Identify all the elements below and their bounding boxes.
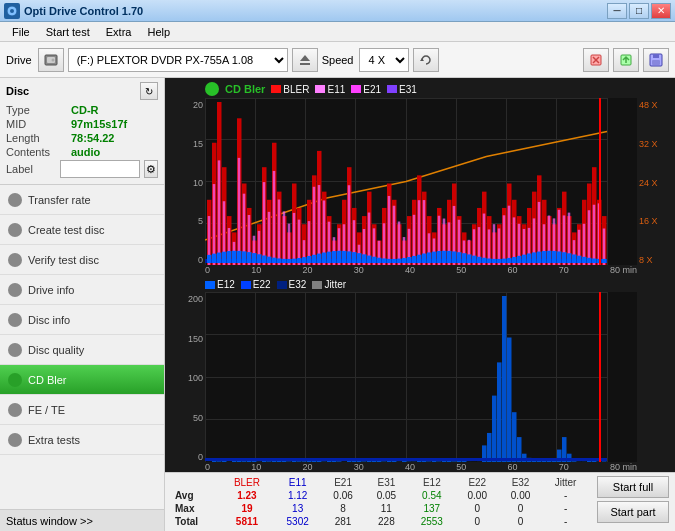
y-bottom-0: 0 (169, 452, 203, 462)
stats-total-e31: 228 (365, 515, 408, 528)
y-top-15: 15 (169, 139, 203, 149)
legend-bler-color (271, 85, 281, 93)
left-panel: Disc ↻ Type CD-R MID 97m15s17f Length 78… (0, 78, 165, 531)
clear-button[interactable] (583, 48, 609, 72)
stats-avg-e11: 1.12 (274, 489, 322, 502)
nav-extra-tests[interactable]: Extra tests (0, 425, 164, 455)
y-bottom-150: 150 (169, 334, 203, 344)
menu-file[interactable]: File (4, 24, 38, 40)
stats-row-max: Max 19 13 8 11 137 0 0 - (171, 502, 589, 515)
refresh-speed-button[interactable] (413, 48, 439, 72)
y-right-8: 8 X (639, 255, 671, 265)
svg-rect-13 (653, 54, 659, 58)
disc-section: Disc ↻ Type CD-R MID 97m15s17f Length 78… (0, 78, 164, 185)
stats-avg-e31: 0.05 (365, 489, 408, 502)
y-bottom-50: 50 (169, 413, 203, 423)
nav-section: Transfer rate Create test disc Verify te… (0, 185, 164, 509)
svg-point-1 (10, 9, 14, 13)
legend-e11: E11 (315, 84, 345, 95)
disc-type-val: CD-R (71, 104, 99, 116)
x-bottom-10: 10 (251, 462, 261, 472)
stats-max-e11: 13 (274, 502, 322, 515)
drive-icon-btn[interactable] (38, 48, 64, 72)
nav-verify-test-disc[interactable]: Verify test disc (0, 245, 164, 275)
stats-header-e31: E31 (365, 476, 408, 489)
y-right-16: 16 X (639, 216, 671, 226)
app-title: Opti Drive Control 1.70 (24, 5, 143, 17)
drive-select[interactable]: (F:) PLEXTOR DVDR PX-755A 1.08 (68, 48, 288, 72)
nav-icon-disc-quality (8, 343, 22, 357)
nav-disc-info[interactable]: Disc info (0, 305, 164, 335)
stats-total-e22: 0 (456, 515, 499, 528)
export-button[interactable] (613, 48, 639, 72)
status-window-button[interactable]: Status window >> (0, 509, 164, 531)
bottom-chart-canvas (205, 292, 637, 462)
legend-e21: E21 (351, 84, 381, 95)
legend-e22: E22 (241, 279, 271, 290)
stats-avg-jitter: - (542, 489, 589, 502)
nav-disc-quality[interactable]: Disc quality (0, 335, 164, 365)
top-chart-canvas (205, 98, 637, 265)
eject-button[interactable] (292, 48, 318, 72)
x-bottom-50: 50 (456, 462, 466, 472)
x-top-0: 0 (205, 265, 210, 275)
disc-mid-key: MID (6, 118, 71, 130)
svg-rect-14 (652, 60, 660, 65)
main-layout: Disc ↻ Type CD-R MID 97m15s17f Length 78… (0, 78, 675, 531)
stats-max-jitter: - (542, 502, 589, 515)
y-top-20: 20 (169, 100, 203, 110)
stats-total-e32: 0 (499, 515, 542, 528)
top-chart-section: CD Bler BLER E11 E21 E31 (165, 78, 675, 275)
x-top-20: 20 (302, 265, 312, 275)
nav-cd-bler[interactable]: CD Bler (0, 365, 164, 395)
stats-max-label: Max (171, 502, 220, 515)
stats-max-e31: 11 (365, 502, 408, 515)
nav-drive-info[interactable]: Drive info (0, 275, 164, 305)
menu-start-test[interactable]: Start test (38, 24, 98, 40)
x-bottom-60: 60 (507, 462, 517, 472)
legend-e32: E32 (277, 279, 307, 290)
disc-label-input[interactable] (60, 160, 140, 178)
y-right-32: 32 X (639, 139, 671, 149)
right-panel: CD Bler BLER E11 E21 E31 (165, 78, 675, 531)
nav-icon-drive (8, 283, 22, 297)
minimize-button[interactable]: ─ (607, 3, 627, 19)
save-button[interactable] (643, 48, 669, 72)
stats-avg-e22: 0.00 (456, 489, 499, 502)
stats-header-jitter: Jitter (542, 476, 589, 489)
stats-header-e11: E11 (274, 476, 322, 489)
x-bottom-20: 20 (302, 462, 312, 472)
nav-create-test-disc[interactable]: Create test disc (0, 215, 164, 245)
close-button[interactable]: ✕ (651, 3, 671, 19)
menu-bar: File Start test Extra Help (0, 22, 675, 42)
speed-label: Speed (322, 54, 354, 66)
svg-rect-6 (300, 63, 310, 65)
nav-transfer-rate[interactable]: Transfer rate (0, 185, 164, 215)
menu-extra[interactable]: Extra (98, 24, 140, 40)
stats-total-e21: 281 (321, 515, 364, 528)
drive-label: Drive (6, 54, 32, 66)
legend-e12-color (205, 281, 215, 289)
speed-select[interactable]: 4 X 1 X 2 X 8 X 16 X Max (359, 48, 409, 72)
start-part-button[interactable]: Start part (597, 501, 669, 523)
legend-jitter: Jitter (312, 279, 346, 290)
nav-icon-transfer (8, 193, 22, 207)
svg-marker-7 (420, 58, 424, 61)
maximize-button[interactable]: □ (629, 3, 649, 19)
x-top-50: 50 (456, 265, 466, 275)
stats-header-e21: E21 (321, 476, 364, 489)
stats-header-bler: BLER (220, 476, 274, 489)
chart-top-title: CD Bler (225, 83, 265, 95)
legend-e21-color (351, 85, 361, 93)
disc-title: Disc (6, 85, 29, 97)
nav-fe-te[interactable]: FE / TE (0, 395, 164, 425)
x-top-40: 40 (405, 265, 415, 275)
menu-help[interactable]: Help (139, 24, 178, 40)
nav-icon-disc-info (8, 313, 22, 327)
start-full-button[interactable]: Start full (597, 476, 669, 498)
disc-label-icon-btn[interactable]: ⚙ (144, 160, 158, 178)
nav-icon-fe-te (8, 403, 22, 417)
disc-contents-key: Contents (6, 146, 71, 158)
disc-refresh-button[interactable]: ↻ (140, 82, 158, 100)
title-bar: Opti Drive Control 1.70 ─ □ ✕ (0, 0, 675, 22)
